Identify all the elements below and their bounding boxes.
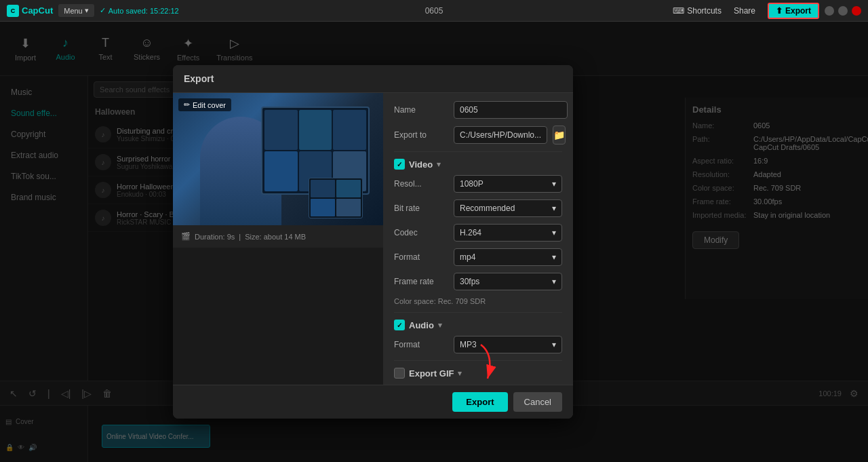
maximize-button[interactable]: [838, 6, 848, 16]
cell1: [264, 110, 298, 150]
divider-1: [394, 151, 562, 152]
export-action-button[interactable]: Export: [452, 392, 507, 412]
resolution-select[interactable]: 1080P ▾: [454, 175, 562, 193]
small-screen: [309, 178, 363, 218]
autosave-status: ✓ Auto saved: 15:22:12: [100, 6, 179, 15]
export-to-label: Export to: [394, 130, 448, 140]
audio-dropdown-icon: ▾: [438, 321, 442, 330]
dialog-preview: ✏ Edit cover: [173, 93, 383, 385]
export-to-row: Export to C:/Users/HP/Downlo... 📁: [394, 126, 562, 145]
menu-chevron: ▾: [85, 6, 89, 15]
video-section-label: Video: [409, 159, 433, 170]
codec-label: Codec: [394, 228, 448, 237]
resolution-row: Resol... 1080P ▾: [394, 175, 562, 193]
export-path-text: C:/Users/HP/Downlo...: [460, 130, 541, 140]
export-to-select[interactable]: C:/Users/HP/Downlo...: [454, 126, 547, 144]
video-dropdown-icon: ▾: [437, 160, 441, 169]
codec-value: H.264: [460, 228, 481, 237]
resolution-value: 1080P: [460, 179, 484, 189]
share-button[interactable]: Share: [727, 4, 762, 18]
codec-select[interactable]: H.264 ▾: [454, 224, 562, 242]
logo-icon: C: [7, 5, 19, 17]
shortcuts-button[interactable]: ⌨ Shortcuts: [673, 6, 722, 16]
folder-button[interactable]: 📁: [553, 126, 566, 145]
gif-section-label: Export GIF: [409, 368, 454, 379]
bitrate-row: Bit rate Recommended ▾: [394, 199, 562, 217]
menu-button[interactable]: Menu ▾: [58, 4, 94, 17]
audio-checkbox[interactable]: ✓: [394, 320, 405, 330]
check-mark: ✓: [397, 161, 402, 168]
dialog-header: Export: [173, 65, 573, 93]
name-label: Name: [394, 105, 448, 115]
audio-format-chevron: ▾: [552, 340, 556, 349]
film-icon: 🎬: [181, 232, 191, 241]
color-space-text: Color space: Rec. 709 SDR: [394, 297, 562, 305]
footer-separator: |: [239, 233, 241, 241]
video-section-header: ✓ Video ▾: [394, 159, 562, 170]
cell3: [333, 110, 366, 150]
cell2: [299, 110, 332, 150]
topbar-left: C CapCut Menu ▾ ✓ Auto saved: 15:22:12: [7, 4, 179, 17]
keyboard-icon: ⌨: [673, 6, 684, 16]
divider-2: [394, 312, 562, 313]
audio-check-mark: ✓: [397, 322, 402, 329]
sm-cell2: [336, 180, 361, 197]
framerate-value: 30fps: [460, 277, 479, 286]
format-row: Format mp4 ▾: [394, 248, 562, 266]
logo: C CapCut: [7, 5, 53, 17]
red-arrow: [467, 341, 508, 389]
export-dialog: Export ✏ Edit cover: [173, 65, 573, 419]
minimize-button[interactable]: [825, 6, 834, 16]
sm-cell4: [336, 199, 361, 216]
codec-row: Codec H.264 ▾: [394, 224, 562, 242]
window-controls: [825, 6, 861, 16]
topbar-right: ⌨ Shortcuts Share ⬆ Export: [673, 3, 861, 19]
close-button[interactable]: [852, 6, 861, 16]
duration-text: Duration: 9s: [195, 233, 235, 241]
modal-backdrop: Export ✏ Edit cover: [0, 22, 868, 462]
bitrate-value: Recommended: [460, 204, 515, 213]
sm-cell1: [311, 180, 335, 197]
dialog-body: ✏ Edit cover: [173, 93, 573, 385]
dialog-actions: Export Cancel: [173, 385, 573, 419]
audio-format-label: Format: [394, 340, 448, 349]
name-input[interactable]: [454, 101, 568, 119]
shortcuts-label: Shortcuts: [687, 6, 722, 16]
framerate-select[interactable]: 30fps ▾: [454, 273, 562, 290]
bitrate-label: Bit rate: [394, 204, 448, 213]
video-checkbox[interactable]: ✓: [394, 159, 405, 170]
name-row: Name: [394, 101, 562, 119]
bitrate-select[interactable]: Recommended ▾: [454, 199, 562, 217]
dialog-footer: 🎬 Duration: 9s | Size: about 14 MB: [173, 225, 383, 248]
menu-label: Menu: [64, 7, 83, 15]
cell4: [264, 151, 298, 191]
codec-chevron: ▾: [552, 228, 556, 237]
app-name: CapCut: [22, 5, 53, 16]
framerate-row: Frame rate 30fps ▾: [394, 273, 562, 290]
audio-section-header: ✓ Audio ▾: [394, 320, 562, 330]
gif-dropdown-icon: ▾: [458, 369, 462, 378]
export-action-label: Export: [466, 397, 494, 407]
topbar: C CapCut Menu ▾ ✓ Auto saved: 15:22:12 0…: [0, 0, 868, 22]
format-chevron: ▾: [552, 252, 556, 262]
audio-section-label: Audio: [409, 320, 434, 330]
export-icon: ⬆: [776, 6, 783, 16]
format-value: mp4: [460, 252, 475, 262]
format-select[interactable]: mp4 ▾: [454, 248, 562, 266]
share-label: Share: [734, 6, 755, 16]
preview-image: ✏ Edit cover: [173, 93, 383, 225]
resolution-chevron: ▾: [552, 179, 556, 189]
cancel-action-button[interactable]: Cancel: [513, 392, 562, 412]
format-label: Format: [394, 252, 448, 262]
cancel-action-label: Cancel: [524, 397, 551, 407]
bitrate-chevron: ▾: [552, 204, 556, 213]
framerate-chevron: ▾: [552, 277, 556, 286]
size-text: Size: about 14 MB: [245, 233, 306, 241]
sm-cell3: [311, 199, 335, 216]
gif-checkbox[interactable]: [394, 368, 405, 379]
export-top-button[interactable]: ⬆ Export: [768, 3, 819, 19]
resolution-label: Resol...: [394, 179, 448, 189]
folder-icon: 📁: [553, 130, 565, 140]
autosave-text: Auto saved: 15:22:12: [108, 7, 179, 15]
check-icon: ✓: [100, 6, 106, 15]
